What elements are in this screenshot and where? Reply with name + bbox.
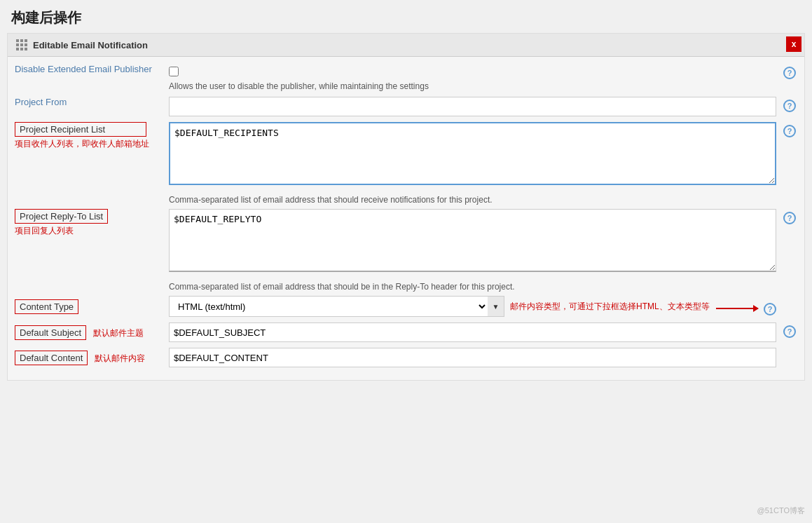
recipient-list-annotation: 项目收件人列表，即收件人邮箱地址 xyxy=(15,138,149,150)
recipient-help-text: Comma-separated list of email address th… xyxy=(169,193,776,209)
page-title: 构建后操作 xyxy=(0,0,812,33)
help-icon-recipient[interactable]: ? xyxy=(783,125,796,137)
project-from-label: Project From xyxy=(15,97,169,107)
main-panel: Editable Email Notification x Disable Ex… xyxy=(7,33,805,381)
recipient-list-label: Project Recipient List xyxy=(15,122,146,137)
default-content-label: Default Content xyxy=(15,351,88,365)
default-subject-annotation: 默认邮件主题 xyxy=(93,327,144,339)
disable-publisher-label: Disable Extended Email Publisher xyxy=(15,64,152,74)
content-type-label: Content Type xyxy=(15,299,78,314)
arrow-indicator xyxy=(716,308,758,309)
help-icon-project-from[interactable]: ? xyxy=(783,100,796,112)
content-type-select[interactable]: HTML (text/html) xyxy=(169,296,488,317)
help-icon-content-type[interactable]: ? xyxy=(764,303,776,315)
recipient-list-row: Project Recipient List 项目收件人列表，即收件人邮箱地址 … xyxy=(15,122,776,187)
project-from-row: Project From ? xyxy=(15,97,776,116)
default-subject-input[interactable] xyxy=(169,322,776,342)
panel-header: Editable Email Notification xyxy=(8,34,804,57)
default-content-annotation: 默认邮件内容 xyxy=(95,353,145,365)
content-type-dropdown-arrow[interactable]: ▼ xyxy=(488,296,504,317)
disable-publisher-checkbox[interactable] xyxy=(169,67,179,76)
allows-text: Allows the user to disable the publisher… xyxy=(169,81,776,91)
reply-to-label: Project Reply-To List xyxy=(15,209,108,224)
default-subject-label: Default Subject xyxy=(15,325,86,340)
content-type-row: Content Type HTML (text/html) ▼ 邮件内容类型，可… xyxy=(15,296,776,317)
content-type-annotation: 邮件内容类型，可通过下拉框选择HTML、文本类型等 xyxy=(510,301,758,313)
default-content-input[interactable] xyxy=(169,348,776,367)
project-from-input[interactable] xyxy=(169,97,776,116)
panel-grid-icon xyxy=(16,39,27,50)
reply-to-annotation: 项目回复人列表 xyxy=(15,225,111,237)
reply-to-help-text: Comma-separated list of email address th… xyxy=(169,280,776,296)
help-icon-reply-to[interactable]: ? xyxy=(783,212,796,224)
panel-header-title: Editable Email Notification xyxy=(33,40,148,50)
reply-to-textarea[interactable] xyxy=(169,209,776,272)
close-button[interactable]: x xyxy=(786,36,801,52)
help-icon-disable[interactable]: ? xyxy=(783,67,796,79)
default-subject-row: Default Subject 默认邮件主题 ? xyxy=(15,322,776,342)
recipient-list-textarea[interactable] xyxy=(169,122,776,185)
default-content-row: Default Content 默认邮件内容 xyxy=(15,348,776,367)
reply-to-row: Project Reply-To List 项目回复人列表 ? xyxy=(15,209,776,274)
help-icon-default-subject[interactable]: ? xyxy=(783,325,796,338)
disable-publisher-row: Disable Extended Email Publisher ? xyxy=(15,64,776,79)
